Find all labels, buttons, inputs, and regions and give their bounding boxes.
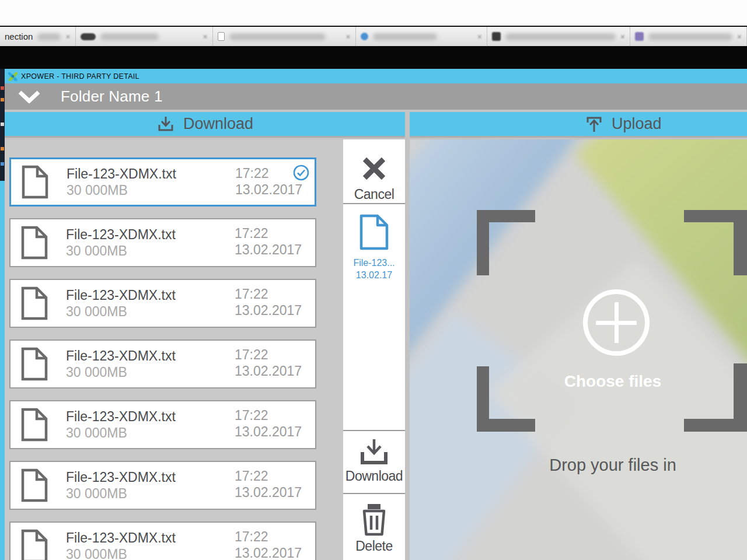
blurred-tab-title xyxy=(37,33,61,40)
file-time: 17:22 xyxy=(235,165,302,181)
file-row[interactable]: File-123-XDMX.txt 30 000MB 17:22 13.02.2… xyxy=(9,279,316,328)
file-icon xyxy=(21,226,48,260)
dark-square-tab-icon xyxy=(492,32,501,41)
blurred-tab-title xyxy=(100,33,159,40)
file-size: 30 000MB xyxy=(66,364,176,380)
tab-close-icon[interactable]: × xyxy=(737,32,742,41)
tab-close-icon[interactable]: × xyxy=(203,32,208,41)
download-pane-header: Download xyxy=(5,112,405,138)
file-icon xyxy=(21,286,48,320)
selected-file-name: File-123... xyxy=(343,257,405,269)
file-size: 30 000MB xyxy=(66,425,176,441)
upload-pane-header: Upload xyxy=(410,112,747,138)
browser-tab[interactable]: nection× xyxy=(0,27,76,46)
folder-header-bar[interactable]: Folder Name 1 xyxy=(5,83,747,111)
blurred-browser-tab[interactable]: × xyxy=(76,27,213,46)
page-tab-icon xyxy=(218,32,225,41)
file-date: 13.02.2017 xyxy=(235,424,302,440)
selected-file-date: 13.02.17 xyxy=(343,269,405,281)
download-tray-icon xyxy=(359,438,389,466)
download-label: Download xyxy=(343,468,405,484)
file-name: File-123-XDMX.txt xyxy=(66,469,176,485)
cancel-label: Cancel xyxy=(343,187,405,202)
bracket-top-right xyxy=(734,210,747,275)
file-date: 13.02.2017 xyxy=(235,363,302,379)
window-title: XPOWER - THIRD PARTY DETAIL xyxy=(21,72,139,80)
download-pane-title: Download xyxy=(183,115,253,133)
file-icon xyxy=(21,529,48,560)
background-icon-dot xyxy=(1,98,4,102)
file-row[interactable]: File-123-XDMX.txt 30 000MB 17:22 13.02.2… xyxy=(9,522,316,560)
file-time: 17:22 xyxy=(235,286,302,302)
dark-logo-tab-icon xyxy=(81,33,96,40)
background-window-sliver xyxy=(0,69,5,560)
tab-close-icon[interactable]: × xyxy=(477,32,482,41)
blurred-browser-tab[interactable]: × xyxy=(213,27,356,46)
file-date: 13.02.2017 xyxy=(235,545,302,560)
file-row[interactable]: File-123-XDMX.txt 30 000MB 17:22 13.02.2… xyxy=(9,461,316,510)
plus-icon xyxy=(615,302,619,343)
browser-tab-strip: nection×××××× xyxy=(0,27,747,46)
file-row[interactable]: File-123-XDMX.txt 30 000MB 17:22 13.02.2… xyxy=(9,218,316,267)
blue-dot-tab-icon xyxy=(361,33,368,40)
tab-label: nection xyxy=(5,32,33,41)
folder-name-label: Folder Name 1 xyxy=(61,88,163,106)
file-name: File-123-XDMX.txt xyxy=(66,348,176,364)
file-name: File-123-XDMX.txt xyxy=(66,226,176,243)
blurred-tab-title xyxy=(229,33,326,40)
blurred-browser-tab[interactable]: × xyxy=(356,27,487,46)
file-icon xyxy=(21,408,48,442)
file-size: 30 000MB xyxy=(66,546,176,560)
background-icon-dot xyxy=(1,86,4,90)
blurred-tab-title xyxy=(648,33,732,40)
download-button[interactable]: Download xyxy=(343,430,405,492)
action-column: Cancel File-123... 13.02.17 Download Del… xyxy=(343,139,405,560)
background-icon-dot xyxy=(1,123,4,126)
trash-icon xyxy=(359,503,389,536)
chevron-down-icon[interactable] xyxy=(18,90,41,103)
selected-check-icon[interactable] xyxy=(293,164,309,181)
add-files-button[interactable] xyxy=(583,289,650,356)
file-time: 17:22 xyxy=(235,407,302,424)
browser-toolbar-area xyxy=(0,0,747,26)
file-time: 17:22 xyxy=(235,528,302,545)
download-tray-icon xyxy=(156,115,175,134)
file-time: 17:22 xyxy=(235,468,302,484)
tab-close-icon[interactable]: × xyxy=(620,32,625,41)
delete-button[interactable]: Delete xyxy=(343,493,405,560)
file-name: File-123-XDMX.txt xyxy=(67,166,176,182)
file-size: 30 000MB xyxy=(66,243,176,259)
file-name: File-123-XDMX.txt xyxy=(66,408,176,425)
cancel-button[interactable]: Cancel xyxy=(343,139,405,204)
blurred-browser-tab[interactable]: × xyxy=(487,27,630,46)
file-size: 30 000MB xyxy=(67,182,176,198)
bracket-top-left xyxy=(477,210,489,275)
tab-close-icon[interactable]: × xyxy=(65,32,70,41)
file-size: 30 000MB xyxy=(66,303,176,320)
file-row[interactable]: File-123-XDMX.txt 30 000MB 17:22 13.02.2… xyxy=(9,400,316,449)
purple-square-tab-icon xyxy=(635,32,644,41)
xpower-logo-icon xyxy=(8,72,18,81)
tab-close-icon[interactable]: × xyxy=(345,32,350,41)
file-time: 17:22 xyxy=(235,225,302,242)
file-row[interactable]: File-123-XDMX.txt 30 000MB 17:22 13.02.2… xyxy=(9,158,316,206)
blurred-tab-title xyxy=(505,33,616,40)
file-date: 13.02.2017 xyxy=(235,302,302,318)
selected-file-preview: File-123... 13.02.17 xyxy=(343,205,405,429)
upload-pane-title: Upload xyxy=(612,115,662,133)
blurred-browser-tab[interactable]: × xyxy=(630,27,747,46)
drop-files-hint: Drop your files in xyxy=(477,456,747,475)
file-row[interactable]: File-123-XDMX.txt 30 000MB 17:22 13.02.2… xyxy=(9,340,316,388)
file-size: 30 000MB xyxy=(66,485,176,502)
file-icon xyxy=(358,212,390,252)
window-title-bar: XPOWER - THIRD PARTY DETAIL xyxy=(5,69,747,83)
file-name: File-123-XDMX.txt xyxy=(66,530,176,546)
desktop-background xyxy=(0,46,747,69)
file-icon xyxy=(22,165,48,199)
background-icon-dot xyxy=(1,147,4,150)
upload-dropzone[interactable]: Choose files Drop your files in xyxy=(410,139,747,560)
file-date: 13.02.2017 xyxy=(235,181,302,198)
delete-label: Delete xyxy=(343,538,405,554)
file-date: 13.02.2017 xyxy=(235,484,302,501)
choose-files-label[interactable]: Choose files xyxy=(477,372,747,391)
